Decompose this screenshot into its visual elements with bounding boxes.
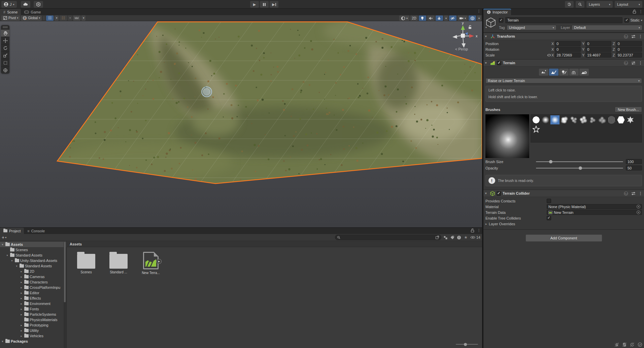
effects-toggle[interactable] [436,15,443,21]
brush-2-circle-soft[interactable] [550,115,560,124]
tab-game[interactable]: Game [21,9,44,15]
pivot-dropdown[interactable]: Pivot ▾ [1,15,20,21]
move-tool[interactable] [1,37,9,44]
tab-inspector[interactable]: Inspector [483,9,511,15]
foldout-icon[interactable]: ▾ [485,61,488,65]
hidden-objects-toggle[interactable] [449,15,456,21]
presets-icon[interactable] [631,192,636,195]
layers-dropdown[interactable]: Layers ▾ [586,1,613,8]
tree-item-2d[interactable]: ▸2D [0,269,66,274]
new-brush-button[interactable]: New Brush... [615,107,642,112]
activity-ok-icon[interactable] [638,342,642,347]
camera-settings-dropdown[interactable]: ▾ [457,15,468,21]
rect-tool[interactable] [1,59,9,66]
tree-item-editor[interactable]: ▸Editor [0,290,66,296]
tab-project[interactable]: Project [0,228,24,234]
presets-icon[interactable] [631,61,636,65]
tree-foldout-arrow[interactable]: ▸ [20,292,23,295]
open-search-window-icon[interactable] [435,235,439,239]
asset-standard-assets-folder[interactable]: Standard ... [106,252,131,274]
tree-item-crossplatforminpu[interactable]: ▸CrossPlatformInpu [0,285,66,290]
object-picker-icon[interactable] [637,210,640,214]
project-search[interactable] [335,235,441,240]
lock-open-icon[interactable] [633,9,636,13]
scene-menu-kebab[interactable]: ⋮ [477,9,481,13]
gizmos-toggle[interactable] [469,15,476,21]
provides-contacts-checkbox[interactable] [547,199,551,203]
brush-3-noise-1[interactable] [560,115,569,124]
component-menu-kebab[interactable]: ⋮ [639,35,642,38]
play-button[interactable]: ▶ [250,1,259,8]
foldout-icon[interactable]: ▾ [485,192,488,195]
tree-item-cameras[interactable]: ▸Cameras [0,274,66,279]
brush-size-value[interactable]: 100 [626,159,642,164]
help-icon[interactable]: ? [624,191,628,196]
tree-item-standard-assets[interactable]: ▾Standard Assets [0,253,66,258]
brush-1-circle-soft[interactable] [541,115,550,124]
layout-dropdown[interactable]: Layout ▾ [615,1,642,8]
tree-foldout-arrow[interactable]: ▸ [20,324,23,327]
tree-foldout-arrow[interactable]: ▸ [20,302,23,305]
measure-toggle[interactable] [73,15,80,21]
scale-tool[interactable] [1,51,9,59]
tree-item-unity-standard-assets[interactable]: ▾Unity-Standard-Assets [0,258,66,263]
object-picker-icon[interactable] [637,205,640,208]
tree-foldout-arrow[interactable]: ▸ [20,275,23,278]
inspector-menu-kebab[interactable]: ⋮ [639,10,643,13]
tree-item-prototyping[interactable]: ▸Prototyping [0,322,66,328]
undo-history-button[interactable] [565,1,574,8]
filter-by-label-button[interactable] [450,235,455,240]
component-enabled-checkbox[interactable] [497,191,501,196]
component-enabled-checkbox[interactable] [497,61,501,65]
create-asset-button[interactable]: + ▾ [2,235,6,240]
measure-dropdown[interactable]: ▾ [81,15,86,21]
terrain-data-object-field[interactable]: New Terrain [547,210,642,215]
tree-foldout-arrow[interactable]: ▸ [20,308,23,311]
asset-scenes-folder[interactable]: Scenes [74,252,98,274]
audio-toggle[interactable] [427,15,435,21]
component-menu-kebab[interactable]: ⋮ [639,192,642,195]
tree-foldout-arrow[interactable]: ▾ [1,340,4,343]
tree-foldout-arrow[interactable]: ▸ [20,335,23,338]
brush-10-star-6[interactable] [626,115,635,124]
search-input[interactable] [342,236,434,239]
transform-tool[interactable] [1,66,9,74]
tree-foldout-arrow[interactable]: ▸ [20,270,23,273]
debugger-disabled-icon[interactable] [614,342,619,347]
tree-scrollbar[interactable] [64,242,66,348]
filter-by-type-button[interactable] [443,235,448,240]
brush-9-hexagon[interactable] [616,115,625,124]
tree-item-standard-assets[interactable]: ▾Standard Assets [0,263,66,269]
foldout-icon[interactable]: ▸ [485,222,489,226]
opacity-value[interactable]: 50 [626,165,642,170]
increment-snap-toggle[interactable] [60,15,67,21]
step-button[interactable]: ▶ [270,1,278,8]
rotation-y-field[interactable]: 0 [585,47,611,52]
thumbnail-size-slider[interactable] [456,343,478,346]
tree-foldout-arrow[interactable]: ▸ [20,329,23,332]
brush-4-noise-2[interactable] [569,115,578,124]
terrain-tool-paint-terrain[interactable] [549,69,558,76]
tree-item-assets[interactable]: ▾Assets [0,242,66,247]
static-toggle[interactable]: Static ▾ [624,18,642,23]
scale-z-field[interactable]: 93.23737 [616,52,642,57]
tree-foldout-arrow[interactable]: ▸ [20,286,23,289]
scale-x-field[interactable]: 28.72969 [555,52,581,57]
add-component-button[interactable]: Add Component [526,234,602,242]
terrain-collider-header[interactable]: ▾ Terrain Collider ? ⋮ [483,190,644,197]
gizmo-lock-icon[interactable] [468,25,472,29]
visible-items-toggle[interactable]: 14 [470,235,480,239]
tree-item-physicsmaterials[interactable]: PhysicsMaterials [0,317,66,322]
tree-foldout-arrow[interactable]: ▸ [20,297,23,300]
position-y-field[interactable]: 0 [585,41,611,46]
layer-dropdown[interactable]: Default▾ [572,25,642,30]
favorites-button[interactable]: ★ [464,235,468,240]
tools-drag-handle[interactable] [1,25,9,29]
view-hand-tool[interactable] [1,29,9,37]
draw-mode-dropdown[interactable]: ▾ [399,15,409,21]
terrain-mode-dropdown[interactable]: Raise or Lower Terrain▾ [485,78,642,83]
tree-item-utility[interactable]: ▸Utility [0,328,66,333]
grid-snap-toggle[interactable] [46,15,54,21]
global-dropdown[interactable]: Global ▾ [21,15,42,21]
help-icon[interactable]: ? [624,34,628,39]
